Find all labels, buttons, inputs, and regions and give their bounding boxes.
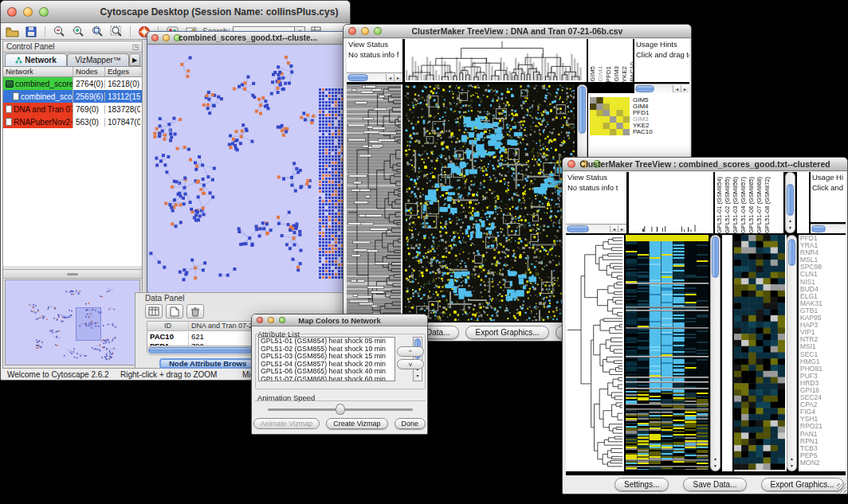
usage-hints-hscrollbar[interactable] bbox=[811, 224, 846, 233]
zoom-in-icon bbox=[72, 25, 84, 37]
network-canvas[interactable] bbox=[148, 45, 347, 292]
control-panel-tabs: Network VizMapper™ ▶ bbox=[3, 53, 142, 67]
column-edges[interactable]: Edges bbox=[105, 67, 140, 76]
delete-attribute-button[interactable] bbox=[186, 304, 204, 318]
zoom-selected-button[interactable] bbox=[108, 25, 124, 38]
network-row-icon bbox=[6, 118, 12, 126]
treeview2-title: ClusterMaker TreeView : combined_scores_… bbox=[563, 159, 847, 169]
dialog-title: Map Colors to Network bbox=[252, 316, 427, 325]
scroll-down-arrow[interactable]: ▾ bbox=[414, 373, 422, 380]
select-attributes-button[interactable] bbox=[145, 304, 163, 318]
heatmap-canvas[interactable] bbox=[626, 235, 709, 470]
scroll-up-arrow[interactable]: ▴ bbox=[786, 217, 795, 225]
trash-icon bbox=[190, 307, 200, 317]
tab-network-label: Network bbox=[25, 56, 56, 64]
scroll-down-arrow[interactable]: ▾ bbox=[787, 463, 796, 470]
scrollbar-thumb[interactable] bbox=[567, 225, 589, 232]
treeview1-title-bar[interactable]: ClusterMaker TreeView : DNA and Tran 07-… bbox=[344, 25, 691, 38]
scroll-up-arrow[interactable]: ▴ bbox=[711, 455, 720, 463]
scroll-right-arrow[interactable]: ▸ bbox=[681, 85, 689, 92]
network-row[interactable]: combined_scores 2764(0) 16218(0) bbox=[3, 77, 142, 90]
scrollbar-thumb[interactable] bbox=[579, 86, 586, 134]
scroll-left-arrow[interactable]: ◂ bbox=[386, 74, 394, 81]
save-button[interactable] bbox=[23, 25, 39, 38]
array-dendrogram-canvas[interactable] bbox=[629, 172, 712, 232]
gene-list: PFD1YRA1RNR4MSL1SPC98CLN1NIS1BUD4ELG1MAK… bbox=[799, 235, 846, 471]
treeview2-button[interactable]: Save Data... bbox=[683, 478, 746, 491]
column-label: GIM4 bbox=[597, 66, 604, 82]
treeview1-title: ClusterMaker TreeView : DNA and Tran 07-… bbox=[344, 26, 691, 36]
scroll-right-arrow[interactable]: ▸ bbox=[394, 74, 402, 81]
zoom-out-button[interactable] bbox=[51, 25, 67, 38]
animation-speed-slider[interactable] bbox=[336, 404, 345, 415]
animate-vizmap-button[interactable]: Animate Vizmap bbox=[253, 418, 320, 429]
column-label: PAC10 bbox=[629, 62, 633, 82]
treeview1-button[interactable]: Export Graphics... bbox=[465, 326, 548, 339]
view-status-hscrollbar[interactable]: ◂▸ bbox=[347, 72, 402, 82]
usage-hints-hscrollbar[interactable]: ◂▸ bbox=[634, 84, 689, 93]
network-table: combined_scores 2764(0) 16218(0) combine… bbox=[3, 77, 142, 266]
network-row[interactable]: DNA and Tran 07 769(0) 183728(0) bbox=[3, 103, 142, 115]
tab-vizmapper[interactable]: VizMapper™ bbox=[67, 53, 129, 66]
scrollbar-thumb[interactable] bbox=[787, 184, 794, 216]
scroll-right-arrow[interactable]: ▸ bbox=[618, 225, 626, 232]
scroll-down-arrow[interactable]: ▾ bbox=[711, 463, 720, 470]
network-overview-canvas[interactable] bbox=[5, 279, 140, 365]
detail-matrix-canvas[interactable] bbox=[590, 97, 630, 135]
network-table-header: Network Nodes Edges bbox=[3, 67, 142, 77]
scrollbar-thumb[interactable] bbox=[811, 225, 826, 232]
view-status-line1: View Status bbox=[566, 172, 626, 182]
move-up-button[interactable]: ^ bbox=[397, 346, 424, 357]
scrollbar-thumb[interactable] bbox=[347, 74, 368, 81]
zoom-in-button[interactable] bbox=[70, 25, 86, 38]
usage-hints-line1: Usage Hints bbox=[634, 39, 689, 49]
scroll-left-arrow[interactable]: ◂ bbox=[673, 85, 681, 92]
gene-dendrogram-canvas[interactable] bbox=[566, 235, 622, 470]
map-colors-dialog: Map Colors to Network Attribute List GPL… bbox=[251, 314, 428, 435]
dialog-title-bar[interactable]: Map Colors to Network bbox=[252, 315, 427, 326]
column-nodes[interactable]: Nodes bbox=[73, 67, 105, 76]
attribute-item[interactable]: GPL51-07 (GSM868) heat shock 60 min bbox=[259, 376, 395, 381]
treeview2-button[interactable]: Settings... bbox=[614, 478, 669, 491]
status-zoom-hint: Right-click + drag to ZOOM bbox=[120, 370, 217, 379]
treeview2-body: View Status No status info t ◂▸ GPL51-01… bbox=[566, 172, 846, 475]
float-panel-icon[interactable]: ◳ bbox=[132, 43, 139, 51]
scroll-down-arrow[interactable]: ▾ bbox=[786, 225, 795, 232]
column-id[interactable]: ID bbox=[147, 322, 189, 330]
done-button[interactable]: Done bbox=[395, 418, 426, 429]
detail-heatmap-canvas[interactable] bbox=[734, 235, 785, 470]
network-window-title-bar[interactable]: combined_scores_good.txt--cluste... bbox=[147, 32, 348, 45]
treeview2-title-bar[interactable]: ClusterMaker TreeView : combined_scores_… bbox=[563, 158, 847, 171]
panel-splitter[interactable] bbox=[3, 269, 142, 279]
network-row[interactable]: RNAPuberNov2+1 563(0) 107847(0) bbox=[3, 115, 142, 128]
node-attribute-browser-tab[interactable]: Node Attribute Brows bbox=[159, 358, 256, 369]
detail-vscrollbar[interactable]: ▴▾ bbox=[787, 235, 797, 471]
gene-dendrogram-canvas[interactable] bbox=[347, 84, 401, 321]
column-label-vscrollbar[interactable]: ▴▾ bbox=[785, 172, 795, 233]
move-down-button[interactable]: v bbox=[397, 359, 424, 369]
open-file-button[interactable] bbox=[4, 25, 20, 38]
network-row-icon bbox=[6, 105, 12, 113]
new-document-icon bbox=[170, 307, 179, 317]
tab-overflow-button[interactable]: ▶ bbox=[129, 53, 140, 66]
scrollbar-thumb[interactable] bbox=[635, 85, 654, 92]
view-status-hscrollbar[interactable]: ◂▸ bbox=[566, 224, 626, 233]
column-network[interactable]: Network bbox=[3, 67, 73, 76]
new-attribute-button[interactable] bbox=[166, 304, 183, 318]
scrollbar-thumb[interactable] bbox=[788, 239, 795, 266]
data-panel-toolbar bbox=[145, 304, 204, 318]
main-title-bar[interactable]: Cytoscape Desktop (Session Name: collins… bbox=[1, 1, 350, 23]
create-vizmap-button[interactable]: Create Vizmap bbox=[326, 418, 387, 429]
tab-network[interactable]: Network bbox=[5, 53, 67, 66]
array-dendrogram-canvas[interactable] bbox=[405, 39, 585, 80]
scroll-up-arrow[interactable]: ▴ bbox=[787, 455, 796, 463]
scrollbar-thumb[interactable] bbox=[712, 236, 719, 278]
scroll-left-arrow[interactable]: ◂ bbox=[610, 225, 618, 232]
network-tab-icon bbox=[15, 57, 22, 64]
resize-grip[interactable] bbox=[837, 483, 846, 493]
heatmap-vscrollbar[interactable]: ▴▾ bbox=[710, 235, 720, 471]
network-row[interactable]: combined_sco 2569(6) 13112(15) bbox=[3, 90, 142, 103]
treeview2-button[interactable]: Export Graphics... bbox=[761, 478, 844, 491]
zoom-fit-button[interactable] bbox=[89, 25, 105, 38]
heatmap-canvas[interactable] bbox=[405, 84, 575, 321]
